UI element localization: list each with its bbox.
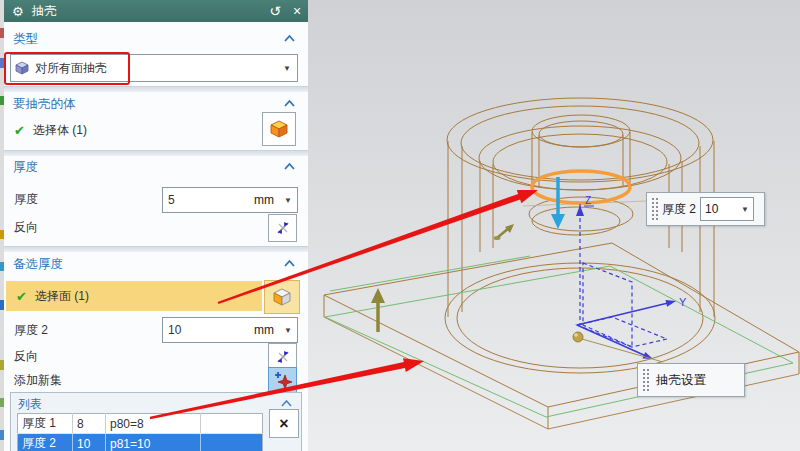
panel-grip-handle[interactable] [641, 367, 649, 393]
thickness-unit[interactable]: mm [254, 193, 274, 207]
graphics-viewport[interactable]: Z Y X 厚度 2 10 ▼ 抽壳设置 [308, 0, 800, 451]
collapse-chevron-icon [283, 162, 296, 171]
remove-list-item-button[interactable]: × [269, 409, 299, 438]
reset-button[interactable]: ↺ [264, 3, 286, 19]
cylinder-top-rim-offset [461, 106, 699, 180]
plate-vertical-edges [324, 295, 799, 429]
delete-x-icon: × [279, 415, 288, 433]
onscreen-thickness2-label: 厚度 2 [662, 201, 696, 218]
select-face-button[interactable] [264, 280, 300, 314]
shell-type-cube-icon [15, 61, 30, 75]
dialog-title: 抽壳 [32, 3, 57, 20]
section-header-thickness[interactable]: 厚度 [4, 158, 308, 176]
reverse-direction-label: 反向 [14, 219, 38, 236]
reverse-direction2-label: 反向 [14, 348, 38, 365]
dialog-options-gear-icon[interactable]: ⚙ [12, 5, 24, 18]
solid-body-cube-icon [269, 119, 289, 139]
select-body-button[interactable] [262, 112, 296, 146]
thickness2-input[interactable]: 10 mm ▼ [162, 317, 298, 343]
face-cube-icon [272, 287, 292, 307]
shell-type-value: 对所有面抽壳 [35, 60, 107, 77]
reverse-direction-icon [274, 348, 292, 366]
section-header-type[interactable]: 类型 [4, 30, 308, 48]
thickness2-label: 厚度 2 [14, 322, 48, 339]
collapse-chevron-icon [280, 399, 293, 408]
add-new-set-label: 添加新集 [14, 372, 62, 389]
thickness-value: 5 [168, 193, 254, 207]
nx-shell-screen: { "dialog": { "title": "抽壳", "type": { "… [0, 0, 800, 451]
shell-settings-label: 抽壳设置 [656, 372, 706, 389]
dropdown-arrow-icon: ▼ [283, 64, 291, 73]
onscreen-thickness2-panel: 厚度 2 10 ▼ [646, 192, 765, 226]
list-row-1[interactable]: 厚度 1 8 p80=8 [18, 414, 263, 434]
alternate-thickness-list: 厚度 1 8 p80=8 厚度 2 10 p81=10 [17, 413, 263, 451]
dialog-titlebar[interactable]: ⚙ 抽壳 ↺ × [4, 0, 308, 22]
list-panel: 列表 厚度 1 8 p80=8 厚度 2 10 p81=10 × [10, 392, 302, 451]
select-body-label: 选择体 (1) [33, 122, 87, 139]
onscreen-thickness2-input[interactable]: 10 ▼ [700, 197, 754, 221]
cylinder-outer-walls [448, 141, 714, 317]
inner-tube-top-rim [532, 115, 630, 147]
reverse-direction-button[interactable] [268, 214, 297, 242]
thickness2-unit[interactable]: mm [254, 323, 274, 337]
list-header[interactable]: 列表 [18, 396, 42, 413]
face-normal-arrow-small [494, 224, 515, 240]
svg-text:Z: Z [585, 195, 591, 206]
unit-dropdown-arrow-icon[interactable]: ▼ [284, 326, 292, 335]
section-separator [4, 150, 308, 156]
select-body-row[interactable]: ✔ 选择体 (1) [14, 120, 87, 140]
collapse-chevron-icon [283, 99, 296, 108]
section-header-alternate-thickness[interactable]: 备选厚度 [4, 255, 308, 273]
section-header-body-to-shell[interactable]: 要抽壳的体 [4, 95, 308, 113]
face-normal-arrow-plate [371, 288, 385, 332]
shell-dialog: ⚙ 抽壳 ↺ × 类型 对所有面抽壳 ▼ 要抽壳的体 ✔ 选择体 (1) [4, 0, 309, 451]
select-face-row[interactable]: ✔ 选择面 (1) [6, 281, 262, 311]
panel-grip-handle[interactable] [650, 196, 658, 222]
section-separator [4, 86, 308, 92]
thickness2-value: 10 [168, 323, 254, 337]
unit-dropdown-arrow-icon[interactable]: ▼ [284, 196, 292, 205]
selected-face-highlight[interactable] [532, 171, 630, 203]
checkmark-icon: ✔ [16, 289, 27, 304]
collapse-chevron-icon [283, 34, 296, 43]
section-separator [4, 246, 308, 252]
close-button[interactable]: × [286, 3, 308, 19]
add-new-set-icon [273, 370, 293, 390]
list-row-2-selected[interactable]: 厚度 2 10 p81=10 [18, 434, 263, 451]
reverse-direction-icon [274, 219, 292, 237]
z-axis[interactable]: Z [576, 195, 594, 216]
add-new-set-button[interactable] [268, 367, 297, 393]
collapse-chevron-icon [283, 259, 296, 268]
svg-text:Y: Y [679, 296, 687, 308]
checkmark-icon: ✔ [14, 123, 25, 138]
shell-settings-toolbar[interactable]: 抽壳设置 [637, 363, 745, 397]
select-face-label: 选择面 (1) [35, 288, 89, 305]
shell-type-dropdown[interactable]: 对所有面抽壳 ▼ [10, 54, 298, 82]
thickness-label: 厚度 [14, 191, 38, 208]
thickness-input[interactable]: 5 mm ▼ [162, 187, 298, 213]
dropdown-arrow-icon[interactable]: ▼ [741, 205, 749, 214]
